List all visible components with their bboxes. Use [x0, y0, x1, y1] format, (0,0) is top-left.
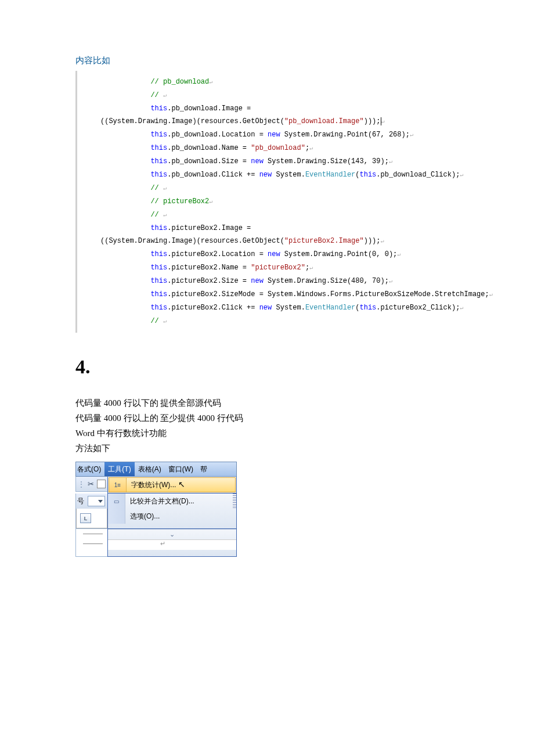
code-block: // pb_download↵ // ↵ this.pb_download.Im…: [75, 71, 459, 333]
menu-tools[interactable]: 工具(T): [104, 462, 134, 476]
body-paragraph: 代码量 4000 行以下的 提供全部源代码 代码量 4000 行以上的 至少提供…: [75, 395, 459, 456]
font-name-box[interactable]: 号: [76, 494, 107, 509]
menu-table[interactable]: 表格(A): [135, 462, 165, 476]
section-heading: 4.: [75, 356, 459, 378]
dropdown-button[interactable]: [88, 496, 105, 506]
compare-icon: ▭: [114, 498, 119, 505]
cut-icon[interactable]: ✂: [88, 480, 94, 488]
toolbar-left: ⋮ ✂: [75, 477, 107, 492]
menu-help[interactable]: 帮: [197, 462, 211, 476]
cursor-icon: ↖: [178, 480, 185, 489]
menu-wordcount[interactable]: 1≡ 字数统计(W)...↖: [109, 477, 236, 492]
tools-dropdown: 1≡ 字数统计(W)...↖: [107, 477, 237, 494]
intro-text: 内容比如: [75, 55, 459, 66]
word-screenshot: 各式(O) 工具(T) 表格(A) 窗口(W) 帮 ⋮ ✂ 1≡ 字数统计(W)…: [75, 462, 237, 557]
handle-icon: ⋮: [78, 480, 85, 488]
menu-compare[interactable]: ▭ 比较并合并文档(D)...: [108, 494, 236, 509]
expand-menu-icon[interactable]: ⌄: [108, 529, 236, 539]
paragraph-mark: ↵: [108, 539, 236, 550]
ruler-tab-button[interactable]: L: [80, 513, 91, 523]
copy-icon[interactable]: [97, 480, 106, 488]
menu-format[interactable]: 各式(O): [76, 462, 104, 476]
ruler: L: [76, 509, 107, 528]
doc-margin: [75, 529, 107, 557]
menu-window[interactable]: 窗口(W): [165, 462, 197, 476]
stripe-decoration: [233, 494, 236, 509]
menu-bar: 各式(O) 工具(T) 表格(A) 窗口(W) 帮: [75, 462, 237, 477]
wordcount-icon: 1≡: [114, 482, 121, 488]
menu-options[interactable]: 选项(O)...: [108, 509, 236, 524]
chevron-down-icon: [98, 500, 103, 503]
